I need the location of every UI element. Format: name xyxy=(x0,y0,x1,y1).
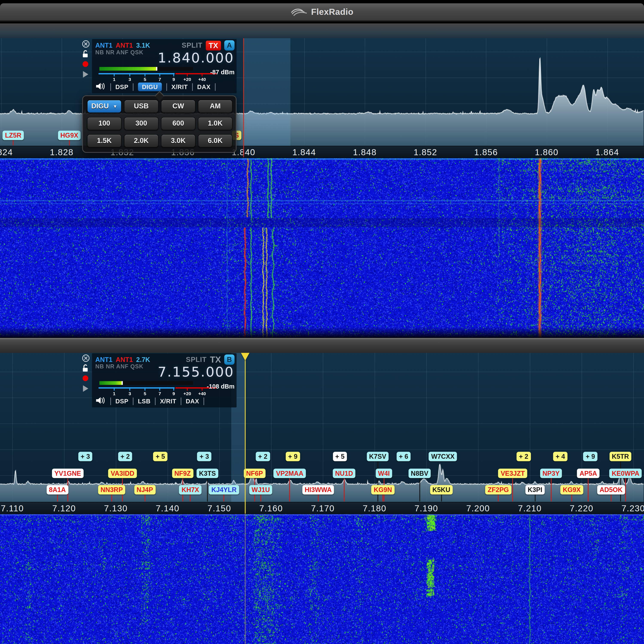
spot-6[interactable]: + 6 xyxy=(396,452,411,461)
spot-w7cxx[interactable]: W7CXX xyxy=(429,452,457,461)
spot-hg9x[interactable]: HG9X xyxy=(58,131,81,140)
filter-button-2_0k[interactable]: 2.0K xyxy=(124,134,159,147)
slice-badge[interactable]: A xyxy=(224,40,235,51)
split-button[interactable]: SPLIT xyxy=(182,41,202,49)
spot-nu1d[interactable]: NU1D xyxy=(333,469,355,478)
dsp-indicators[interactable]: NB NR ANF QSK xyxy=(95,363,143,370)
spot-5[interactable]: + 5 xyxy=(153,452,167,461)
tab-dsp[interactable]: DSP xyxy=(115,83,129,90)
record-icon[interactable] xyxy=(83,61,88,67)
tab-dax[interactable]: DAX xyxy=(186,397,199,404)
tuning-cursor-b[interactable] xyxy=(245,352,246,513)
spot-k3pi[interactable]: K3PI xyxy=(525,485,545,495)
spot-lz5r[interactable]: LZ5R xyxy=(3,131,24,140)
record-icon[interactable] xyxy=(83,375,88,381)
spot-va3idd[interactable]: VA3IDD xyxy=(108,469,137,478)
speaker-icon[interactable] xyxy=(95,396,106,406)
spot-zf2pg[interactable]: ZF2PG xyxy=(485,485,511,495)
spot-2[interactable]: + 2 xyxy=(118,452,132,461)
spot-kh7x[interactable]: KH7X xyxy=(179,485,202,495)
mode-button-usb[interactable]: USB xyxy=(124,100,159,113)
spot-k3ts[interactable]: K3TS xyxy=(197,469,218,478)
spot-nj4p[interactable]: NJ4P xyxy=(134,485,156,495)
spot-ke0wpa[interactable]: KE0WPA xyxy=(609,469,642,478)
title-bar[interactable]: FlexRadio xyxy=(0,3,644,22)
tx-antenna-button[interactable]: ANT1 xyxy=(116,356,133,363)
slice-marker-triangle[interactable] xyxy=(241,352,250,361)
tx-antenna-button[interactable]: ANT1 xyxy=(116,42,133,49)
spot-k7sv[interactable]: K7SV xyxy=(367,452,389,461)
split-button[interactable]: SPLIT xyxy=(186,355,207,364)
mode-dropdown[interactable]: DIGU▼ xyxy=(87,100,122,113)
filter-button-1_0k[interactable]: 1.0K xyxy=(198,117,232,130)
spot-5[interactable]: + 5 xyxy=(333,452,347,461)
speaker-icon[interactable] xyxy=(95,82,106,91)
spot-nn3rp[interactable]: NN3RP xyxy=(98,485,125,495)
rx-antenna-button[interactable]: ANT1 xyxy=(95,42,112,49)
spot-nf6p[interactable]: NF6P xyxy=(244,469,265,478)
spot-2[interactable]: + 2 xyxy=(256,452,270,461)
lock-icon[interactable] xyxy=(82,364,89,374)
tx-button[interactable]: TX xyxy=(210,355,221,365)
spot-ap5a[interactable]: AP5A xyxy=(577,469,600,478)
close-slice-icon[interactable] xyxy=(82,40,90,50)
tx-button[interactable]: TX xyxy=(206,40,221,50)
close-slice-icon[interactable] xyxy=(82,354,90,364)
spot-wj1u[interactable]: WJ1U xyxy=(249,485,272,495)
panadapter-a[interactable]: 1.8241.8281.8321.8361.8401.8441.8481.852… xyxy=(0,23,644,338)
spot-9[interactable]: + 9 xyxy=(583,452,597,461)
dsp-indicators[interactable]: NB NR ANF QSK xyxy=(95,49,143,56)
spot-vp2maa[interactable]: VP2MAA xyxy=(273,469,306,478)
frequency-scale[interactable]: 7.1107.1207.1307.1407.1507.1607.1707.180… xyxy=(0,502,644,514)
tab-dax[interactable]: DAX xyxy=(197,83,210,90)
tab-digu[interactable]: DIGU xyxy=(138,82,162,91)
slice-flag-b[interactable]: ANT1ANT12.7KSPLITTXBNB NR ANF QSK7.155.0… xyxy=(81,353,237,407)
spot-4[interactable]: + 4 xyxy=(553,452,567,461)
spot-2[interactable]: + 2 xyxy=(516,452,531,461)
tuning-cursor-a[interactable] xyxy=(243,38,244,157)
spot-kg9n[interactable]: KG9N xyxy=(371,485,394,495)
rx-antenna-button[interactable]: ANT1 xyxy=(95,356,112,363)
tab-dsp[interactable]: DSP xyxy=(115,397,129,404)
filter-button-300[interactable]: 300 xyxy=(124,117,159,130)
tab-lsb[interactable]: LSB xyxy=(138,397,150,404)
filter-button-100[interactable]: 100 xyxy=(87,117,122,130)
frequency-display[interactable]: 7.155.000 xyxy=(158,364,234,380)
waterfall-display[interactable] xyxy=(0,513,644,644)
spot-kg9x[interactable]: KG9X xyxy=(560,485,583,495)
spot-w4i[interactable]: W4I xyxy=(376,469,392,478)
filter-width-button[interactable]: 2.7K xyxy=(136,356,150,363)
spot-3[interactable]: + 3 xyxy=(78,452,92,461)
spot-ve3jzt[interactable]: VE3JZT xyxy=(498,469,527,478)
filter-width-button[interactable]: 3.1K xyxy=(136,42,150,49)
spot-hi3wwa[interactable]: HI3WWA xyxy=(302,485,334,495)
filter-button-3_0k[interactable]: 3.0K xyxy=(161,134,196,147)
slice-flag-a[interactable]: ANT1ANT13.1KSPLITTXANB NR ANF QSK1.840.0… xyxy=(81,39,237,93)
waterfall-display[interactable] xyxy=(0,157,644,338)
spot-nf9z[interactable]: NF9Z xyxy=(172,469,193,478)
lock-icon[interactable] xyxy=(82,50,89,60)
mode-button-am[interactable]: AM xyxy=(198,100,232,113)
spot-k5ku[interactable]: K5KU xyxy=(430,485,453,495)
spot-3[interactable]: + 3 xyxy=(197,452,211,461)
panadapter-divider[interactable] xyxy=(0,338,644,353)
spot-ad5ok[interactable]: AD5OK xyxy=(597,485,625,495)
spot-np3y[interactable]: NP3Y xyxy=(540,469,562,478)
spot-k5tr[interactable]: K5TR xyxy=(609,452,632,461)
tab-xrit[interactable]: X/RIT xyxy=(160,397,176,404)
filter-button-600[interactable]: 600 xyxy=(161,117,196,130)
filter-button-1_5k[interactable]: 1.5K xyxy=(87,134,122,147)
panadapter-b[interactable]: 7.1107.1207.1307.1407.1507.1607.1707.180… xyxy=(0,352,644,644)
spot-8a1a[interactable]: 8A1A xyxy=(46,485,68,495)
filter-passband[interactable] xyxy=(244,38,291,146)
mode-button-cw[interactable]: CW xyxy=(161,100,196,113)
spot-kj4ylr[interactable]: KJ4YLR xyxy=(209,485,239,495)
frequency-display[interactable]: 1.840.000 xyxy=(158,50,234,66)
tab-xrit[interactable]: X/RIT xyxy=(171,83,188,90)
play-icon[interactable] xyxy=(83,385,88,392)
filter-button-6_0k[interactable]: 6.0K xyxy=(198,134,232,147)
play-icon[interactable] xyxy=(83,71,88,78)
spot-n8bv[interactable]: N8BV xyxy=(408,469,431,478)
spot-yv1gne[interactable]: YV1GNE xyxy=(52,469,84,478)
slice-badge[interactable]: B xyxy=(224,354,235,365)
